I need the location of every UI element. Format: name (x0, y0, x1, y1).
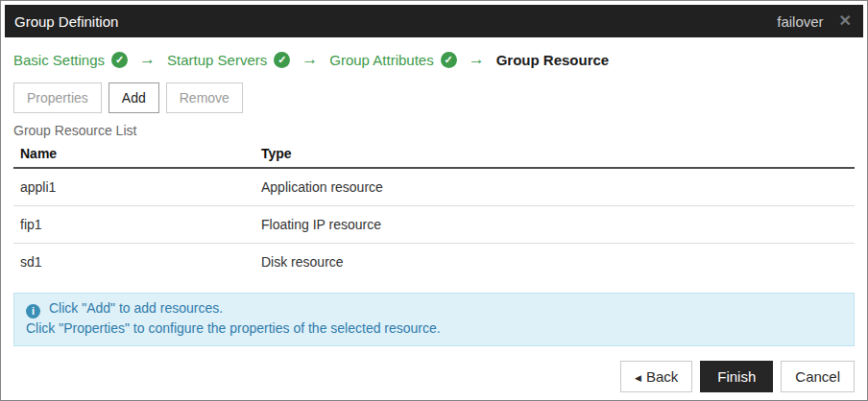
resource-type-cell[interactable]: Application resource (254, 168, 855, 206)
info-message-box: iClick "Add" to add resources. Click "Pr… (13, 293, 855, 346)
table-row[interactable]: appli1 Application resource (13, 168, 855, 206)
back-button-label: Back (646, 368, 678, 385)
resource-toolbar: Properties Add Remove (13, 83, 855, 113)
info-line-2: Click "Properties" to configure the prop… (26, 318, 842, 339)
table-row[interactable]: fip1 Floating IP resource (13, 206, 855, 244)
wizard-step-label: Startup Servers (167, 52, 267, 68)
close-icon[interactable]: ✕ (839, 13, 852, 29)
resource-name-cell[interactable]: fip1 (13, 206, 254, 244)
resource-type-cell[interactable]: Disk resource (254, 244, 855, 281)
wizard-step-label: Group Attributes (329, 52, 433, 68)
dialog-titlebar: Group Definition failover ✕ (5, 5, 863, 37)
failover-context-label: failover (777, 13, 823, 30)
dialog-footer: ◀Back Finish Cancel (13, 361, 855, 392)
cancel-button[interactable]: Cancel (781, 361, 855, 392)
column-header-type: Type (254, 140, 855, 168)
resource-name-cell[interactable]: sd1 (13, 244, 254, 281)
wizard-step-startup-servers[interactable]: Startup Servers ✓ (167, 52, 290, 68)
table-row[interactable]: sd1 Disk resource (13, 244, 855, 281)
back-button[interactable]: ◀Back (620, 361, 692, 392)
column-header-name: Name (13, 140, 254, 168)
check-circle-icon: ✓ (274, 52, 290, 68)
group-resource-table: Name Type appli1 Application resource fi… (13, 140, 855, 280)
info-line-1: iClick "Add" to add resources. (26, 298, 842, 318)
wizard-step-label: Basic Settings (13, 52, 105, 68)
group-definition-dialog: Group Definition failover ✕ Basic Settin… (0, 0, 868, 401)
arrow-right-icon: → (301, 50, 318, 69)
info-icon: i (26, 304, 40, 318)
info-text-line2: Click "Properties" to configure the prop… (26, 320, 441, 336)
wizard-step-label: Group Resource (496, 52, 610, 68)
dialog-title: Group Definition (14, 13, 118, 30)
wizard-step-group-attributes[interactable]: Group Attributes ✓ (329, 52, 456, 68)
wizard-step-group-resource: Group Resource (496, 52, 610, 68)
resource-name-cell[interactable]: appli1 (13, 168, 254, 206)
add-button[interactable]: Add (108, 83, 159, 113)
group-resource-list-caption: Group Resource List (13, 123, 855, 138)
properties-button[interactable]: Properties (13, 83, 102, 113)
resource-type-cell[interactable]: Floating IP resource (254, 206, 855, 244)
titlebar-right: failover ✕ (777, 13, 852, 30)
dialog-content: Basic Settings ✓ → Startup Servers ✓ → G… (1, 45, 867, 392)
arrow-right-icon: → (469, 50, 485, 69)
remove-button[interactable]: Remove (166, 83, 243, 113)
back-arrow-icon: ◀ (635, 373, 641, 383)
check-circle-icon: ✓ (441, 52, 457, 68)
check-circle-icon: ✓ (111, 52, 128, 68)
wizard-step-basic-settings[interactable]: Basic Settings ✓ (13, 52, 128, 68)
arrow-right-icon: → (139, 50, 156, 69)
wizard-breadcrumb: Basic Settings ✓ → Startup Servers ✓ → G… (13, 45, 855, 74)
info-text-line1: Click "Add" to add resources. (49, 300, 223, 316)
table-header-row: Name Type (13, 140, 855, 168)
finish-button[interactable]: Finish (700, 361, 773, 392)
